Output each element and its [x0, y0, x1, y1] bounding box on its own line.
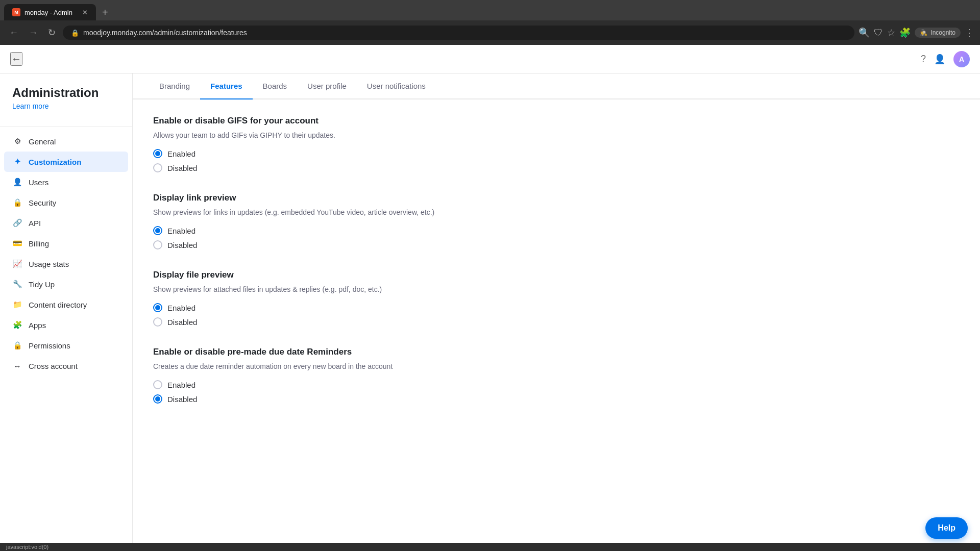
address-text: moodjoy.monday.com/admin/customization/f…: [83, 29, 247, 37]
feature-desc-due-date-reminders: Creates a due date reminder automation o…: [153, 361, 521, 372]
permissions-icon: 🔒: [12, 340, 22, 350]
feature-title-gifs: Enable or disable GIFS for your account: [153, 116, 521, 126]
menu-nav-icon[interactable]: ⋮: [965, 27, 974, 38]
browser-tab-active[interactable]: M monday - Admin ✕: [4, 4, 96, 20]
feature-section-link-preview: Display link previewShow previews for li…: [153, 193, 521, 249]
radio-btn-due-date-reminders-1: [153, 394, 162, 404]
star-nav-icon[interactable]: ☆: [887, 27, 895, 38]
feature-title-file-preview: Display file preview: [153, 270, 521, 280]
status-bar: javascript:void(0): [0, 543, 980, 551]
radio-group-gifs: EnabledDisabled: [153, 149, 521, 172]
search-nav-icon[interactable]: 🔍: [859, 27, 870, 38]
sidebar-label-permissions: Permissions: [29, 341, 70, 350]
content-area: BrandingFeaturesBoardsUser profileUser n…: [133, 73, 980, 551]
radio-group-file-preview: EnabledDisabled: [153, 303, 521, 327]
radio-option-file-preview-0[interactable]: Enabled: [153, 303, 521, 312]
sidebar-header: Administration Learn more: [0, 86, 132, 122]
shield-nav-icon[interactable]: 🛡: [874, 28, 883, 38]
tab-user-notifications[interactable]: User notifications: [357, 73, 436, 98]
new-tab-button[interactable]: +: [96, 5, 114, 20]
radio-label-gifs-1: Disabled: [167, 164, 197, 172]
radio-group-due-date-reminders: EnabledDisabled: [153, 380, 521, 404]
radio-option-due-date-reminders-1[interactable]: Disabled: [153, 394, 521, 404]
general-icon: ⚙: [12, 136, 22, 146]
sidebar-divider: [0, 127, 132, 127]
radio-option-link-preview-1[interactable]: Disabled: [153, 240, 521, 249]
feature-section-due-date-reminders: Enable or disable pre-made due date Remi…: [153, 347, 521, 404]
address-bar[interactable]: 🔒 moodjoy.monday.com/admin/customization…: [63, 26, 854, 40]
radio-btn-link-preview-0: [153, 226, 162, 235]
radio-label-due-date-reminders-1: Disabled: [167, 395, 197, 404]
sidebar-label-api: API: [29, 219, 41, 228]
app-header: ← ? 👤 A: [0, 45, 980, 73]
feature-section-file-preview: Display file previewShow previews for at…: [153, 270, 521, 327]
extension-nav-icon[interactable]: 🧩: [899, 27, 911, 38]
customization-icon: ✦: [12, 157, 22, 167]
tabs-bar: BrandingFeaturesBoardsUser profileUser n…: [133, 73, 980, 99]
radio-btn-gifs-0: [153, 149, 162, 158]
tab-bar: M monday - Admin ✕ +: [0, 0, 980, 20]
tab-user-profile[interactable]: User profile: [297, 73, 357, 98]
browser-chrome: M monday - Admin ✕ + ← → ↻ 🔒 moodjoy.mon…: [0, 0, 980, 45]
radio-btn-gifs-1: [153, 163, 162, 172]
radio-option-gifs-0[interactable]: Enabled: [153, 149, 521, 158]
sidebar-nav: ⚙ General ✦ Customization 👤 Users 🔒 Secu…: [0, 131, 132, 376]
sidebar-item-security[interactable]: 🔒 Security: [0, 192, 132, 213]
tab-close-button[interactable]: ✕: [82, 9, 88, 16]
sidebar-item-users[interactable]: 👤 Users: [0, 172, 132, 192]
tab-boards[interactable]: Boards: [253, 73, 298, 98]
sidebar-item-billing[interactable]: 💳 Billing: [0, 233, 132, 254]
back-button[interactable]: ←: [10, 52, 22, 66]
radio-option-file-preview-1[interactable]: Disabled: [153, 317, 521, 327]
radio-option-link-preview-0[interactable]: Enabled: [153, 226, 521, 235]
sidebar-title: Administration: [12, 86, 120, 100]
sidebar-item-cross-account[interactable]: ↔ Cross account: [0, 356, 132, 376]
radio-btn-due-date-reminders-0: [153, 380, 162, 389]
sidebar: Administration Learn more ⚙ General ✦ Cu…: [0, 73, 133, 551]
radio-group-link-preview: EnabledDisabled: [153, 226, 521, 249]
feature-title-link-preview: Display link preview: [153, 193, 521, 203]
apps-icon: 🧩: [12, 320, 22, 330]
profile-nav-icon[interactable]: 👤: [934, 54, 945, 65]
tab-favicon: M: [12, 8, 20, 16]
status-text: javascript:void(0): [6, 544, 48, 550]
radio-label-gifs-0: Enabled: [167, 149, 195, 158]
feature-desc-gifs: Allows your team to add GIFs via GIPHY t…: [153, 130, 521, 141]
sidebar-item-usage-stats[interactable]: 📈 Usage stats: [0, 254, 132, 274]
radio-btn-file-preview-1: [153, 317, 162, 327]
tab-branding[interactable]: Branding: [149, 73, 200, 98]
help-button[interactable]: Help: [925, 517, 968, 539]
radio-label-link-preview-0: Enabled: [167, 227, 195, 235]
sidebar-item-customization[interactable]: ✦ Customization: [4, 152, 128, 172]
radio-option-gifs-1[interactable]: Disabled: [153, 163, 521, 172]
billing-icon: 💳: [12, 238, 22, 248]
sidebar-item-permissions[interactable]: 🔒 Permissions: [0, 335, 132, 356]
radio-label-link-preview-1: Disabled: [167, 241, 197, 249]
sidebar-item-apps[interactable]: 🧩 Apps: [0, 315, 132, 335]
avatar[interactable]: A: [953, 51, 970, 67]
radio-btn-file-preview-0: [153, 303, 162, 312]
forward-nav-button[interactable]: →: [26, 26, 41, 40]
users-icon: 👤: [12, 177, 22, 187]
feature-desc-file-preview: Show previews for attached files in upda…: [153, 284, 521, 295]
radio-option-due-date-reminders-0[interactable]: Enabled: [153, 380, 521, 389]
learn-more-link[interactable]: Learn more: [12, 102, 120, 110]
sidebar-item-general[interactable]: ⚙ General: [0, 131, 132, 152]
reload-button[interactable]: ↻: [45, 25, 59, 40]
back-nav-button[interactable]: ←: [6, 26, 21, 40]
radio-btn-link-preview-1: [153, 240, 162, 249]
main-layout: Administration Learn more ⚙ General ✦ Cu…: [0, 73, 980, 551]
tab-features[interactable]: Features: [200, 73, 253, 98]
usage-stats-icon: 📈: [12, 259, 22, 269]
sidebar-item-api[interactable]: 🔗 API: [0, 213, 132, 233]
sidebar-item-content-directory[interactable]: 📁 Content directory: [0, 294, 132, 315]
tidy-up-icon: 🔧: [12, 279, 22, 289]
help-header-icon[interactable]: ?: [921, 54, 926, 64]
radio-label-due-date-reminders-0: Enabled: [167, 381, 195, 389]
radio-label-file-preview-0: Enabled: [167, 304, 195, 312]
radio-label-file-preview-1: Disabled: [167, 318, 197, 327]
sidebar-label-security: Security: [29, 198, 56, 207]
sidebar-label-billing: Billing: [29, 239, 49, 248]
nav-actions: 🔍 🛡 ☆ 🧩: [859, 27, 911, 38]
sidebar-item-tidy-up[interactable]: 🔧 Tidy Up: [0, 274, 132, 294]
